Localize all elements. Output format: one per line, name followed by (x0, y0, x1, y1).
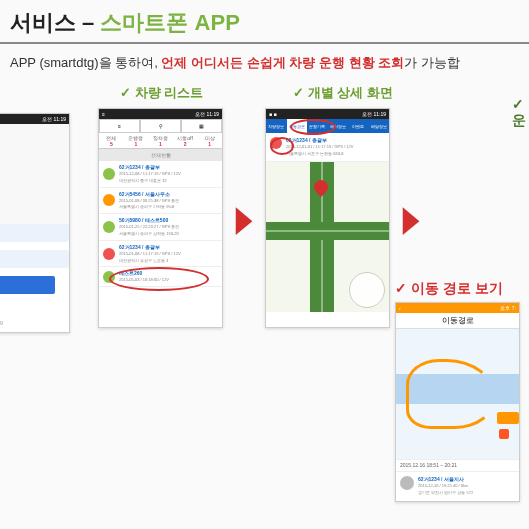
filter-item[interactable]: 운행중1 (124, 133, 149, 148)
status-badge (103, 221, 115, 233)
title-underline (0, 42, 529, 44)
list-item[interactable]: 62거5456 / 서울사무소2015-01-08 / 00:25:38 / G… (99, 188, 222, 215)
back-icon[interactable]: ‹ (399, 305, 401, 311)
list-item[interactable]: 테스트2602015-05-03 / 10:18:00 / 12V (99, 267, 222, 287)
vehicle-addr: 서울특별시 서초구 논현동 663-8 (286, 151, 344, 156)
title-app: 스마트폰 APP (100, 10, 239, 35)
list-item[interactable]: 62거1234 / 총괄부2015-01-08 / 11:17:19 / GPS… (99, 241, 222, 268)
list-item[interactable]: 50가5980 / 테스트5002015-01-25 / 22:23:27 / … (99, 214, 222, 241)
desc-tail: 가 가능합 (404, 55, 460, 70)
route-vehicle: 62거1234 / 서울지사 (418, 476, 473, 482)
status-bar: ■ ■ 오전 11:19 (0, 114, 69, 124)
phone-detail: ■ ■ 오전 11:19 차량정보이동경로운행기록에러정보이벤트배달정보 62거… (265, 108, 390, 328)
vehicle-meta: 2015-12-01-01 / 11:17:19 / GPS / 12V (286, 144, 353, 149)
detail-header: 62거1234 / 총괄부 2015-12-01-01 / 11:17:19 /… (266, 133, 389, 162)
route-title: 이동경로 (396, 313, 519, 329)
label-list: ✓ 차량 리스트 (120, 84, 203, 102)
hamburger-icon[interactable]: ≡ (102, 111, 105, 117)
desc-highlight: 언제 어디서든 손쉽게 차량 운행 현황 조회 (161, 55, 404, 70)
filter-item[interactable]: 정차중1 (148, 133, 173, 148)
speed-meter (349, 272, 385, 308)
detail-tab[interactable]: 차량정보 (266, 119, 287, 133)
detail-tab[interactable]: 운행기록 (307, 119, 328, 133)
login-pw-input[interactable] (0, 250, 69, 268)
route-map[interactable] (396, 329, 519, 459)
filter-item[interactable]: 전체5 (99, 133, 124, 148)
version-text: Ver 2.0.9 (0, 320, 3, 326)
status-badge (103, 271, 115, 283)
title-prefix: 서비스 – (10, 10, 100, 35)
list-item[interactable]: 62거1234 / 총괄부2015-12-08 / 11:17:19 / GPS… (99, 161, 222, 188)
status-time: 오전 11:19 (362, 111, 386, 117)
status-badge (400, 476, 414, 490)
page-title: 서비스 – 스마트폰 APP (0, 8, 529, 38)
vehicle-id: 62거1234 / 총괄부 (286, 137, 353, 143)
tab-map-icon[interactable]: ⚲ (140, 119, 181, 133)
phone-route: ‹ 오후 7: 이동경로 2015.12.16 18:51 – 20:21 62… (395, 302, 520, 502)
status-bar: ■ ■ 오전 11:19 (266, 109, 389, 119)
detail-tab[interactable]: 이벤트 (348, 119, 369, 133)
arrow-icon: ▶ (403, 198, 419, 238)
detail-map[interactable] (266, 162, 389, 312)
description: APP (smartdtg)을 통하여, 언제 어디서든 손쉽게 차량 운행 현… (0, 54, 529, 72)
desc-lead: APP (smartdtg)을 통하여, (10, 55, 161, 70)
filter-item[interactable]: 시동off2 (173, 133, 198, 148)
tab-filter-icon[interactable]: ▦ (181, 119, 222, 133)
tab-list-icon[interactable]: ≡ (99, 119, 140, 133)
list-subheader: 전체현황 (99, 149, 222, 161)
arrow-icon: ▶ (236, 198, 252, 238)
login-id-input[interactable] (0, 224, 69, 242)
route-dates: 2015.12.16 18:51 – 20:21 (396, 459, 519, 471)
status-badge (270, 137, 282, 149)
route-addr: 경기도 부천시 원미구 상동 572 (418, 490, 473, 495)
detail-tab[interactable]: 배달정보 (369, 119, 390, 133)
route-action-button[interactable] (497, 412, 519, 424)
status-badge (103, 248, 115, 260)
label-detail: ✓ 개별 상세 화면 (293, 84, 393, 102)
route-meta: 2015-12-16 / 19:25:40 / 0km (418, 483, 468, 488)
detail-tab[interactable]: 이동경로 (287, 119, 308, 133)
status-time: 오후 7: (500, 305, 516, 311)
phone-login: ■ ■ 오전 11:19 Ver 2.0.9 (0, 113, 70, 333)
login-button[interactable] (0, 276, 55, 294)
status-badge (103, 194, 115, 206)
status-badge (103, 168, 115, 180)
label-route: ✓ 이동 경로 보기 (395, 280, 525, 298)
status-time: 오전 11:19 (195, 111, 219, 117)
filter-item[interactable]: 미상1 (197, 133, 222, 148)
detail-tab[interactable]: 에러정보 (328, 119, 349, 133)
status-carrier: ■ ■ (269, 111, 276, 117)
status-bar: ‹ 오후 7: (396, 303, 519, 313)
phone-list: ≡ 오전 11:19 ≡ ⚲ ▦ 전체5운행중1정차중1시동off2미상1 전체… (98, 108, 223, 328)
route-endpoint-icon (499, 429, 509, 439)
status-time: 오전 11:19 (42, 116, 66, 122)
status-bar: ≡ 오전 11:19 (99, 109, 222, 119)
route-path (406, 359, 496, 429)
